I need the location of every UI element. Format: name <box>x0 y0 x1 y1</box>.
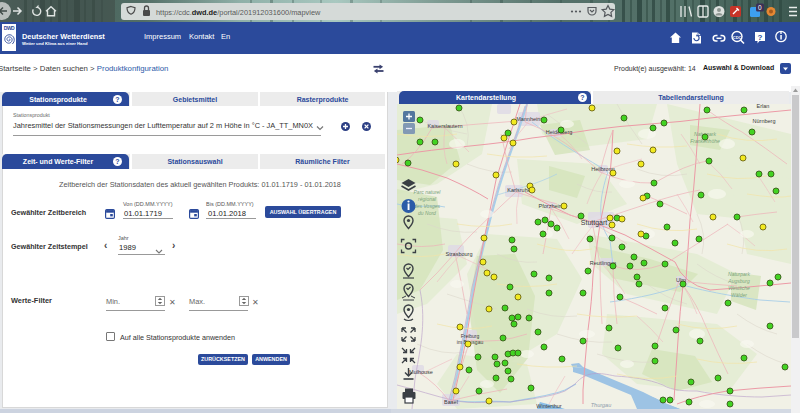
svg-text:des Vosges: des Vosges <box>414 203 440 209</box>
svg-text:Erlan: Erlan <box>757 104 770 109</box>
svg-text:Thurgau: Thurgau <box>591 402 612 408</box>
svg-text:Westliche: Westliche <box>728 285 750 291</box>
svg-text:Augsburg: Augsburg <box>727 278 750 284</box>
svg-text:https://cdc.dwd.de/portal/2019: https://cdc.dwd.de/portal/201912031600/m… <box>156 8 321 17</box>
svg-text:Basel: Basel <box>444 399 458 405</box>
svg-text:Strasbourg: Strasbourg <box>446 251 473 257</box>
svg-text:Naturpark: Naturpark <box>728 271 750 277</box>
svg-text:régional: régional <box>418 196 437 202</box>
svg-text:Mulhouse: Mulhouse <box>409 369 433 375</box>
svg-text:Mannheim: Mannheim <box>516 116 542 122</box>
svg-text:du Nord: du Nord <box>418 210 436 216</box>
svg-text:Wälder: Wälder <box>731 292 747 298</box>
svg-text:CDC: CDC <box>733 35 742 40</box>
svg-text:Kaiserslautern: Kaiserslautern <box>427 123 462 129</box>
svg-text:Pforzheim: Pforzheim <box>539 203 564 209</box>
svg-text:0: 0 <box>758 4 762 11</box>
svg-text:Stuttgart: Stuttgart <box>581 219 608 227</box>
svg-text:Nürnberg: Nürnberg <box>753 118 776 124</box>
svg-text:?: ? <box>758 33 763 42</box>
svg-text:Parc naturel: Parc naturel <box>414 189 442 195</box>
